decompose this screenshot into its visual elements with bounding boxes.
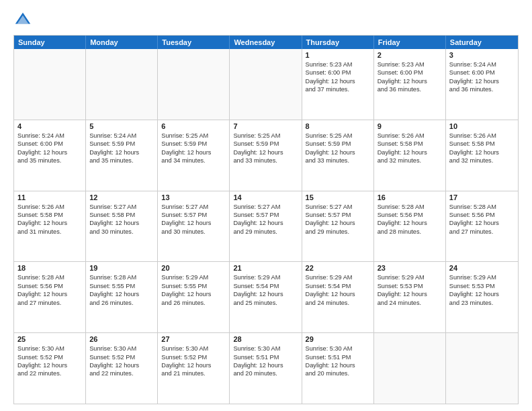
cell-info-line: Daylight: 12 hours: [89, 148, 154, 156]
calendar-cell: 3Sunrise: 5:24 AMSunset: 6:00 PMDaylight…: [446, 49, 518, 120]
cell-info-line: and 20 minutes.: [306, 369, 370, 377]
calendar-cell: 17Sunrise: 5:28 AMSunset: 5:56 PMDayligh…: [446, 191, 518, 262]
cell-info-line: Sunrise: 5:27 AM: [306, 203, 370, 211]
cell-info-line: Sunrise: 5:23 AM: [378, 60, 442, 68]
cell-info-line: Sunset: 5:51 PM: [233, 353, 298, 361]
cell-info-line: and 29 minutes.: [233, 228, 298, 236]
page: SundayMondayTuesdayWednesdayThursdayFrid…: [0, 0, 532, 411]
cell-info-line: Sunset: 5:51 PM: [306, 353, 370, 361]
cell-info-line: Sunset: 5:52 PM: [17, 353, 82, 361]
calendar-cell: 9Sunrise: 5:26 AMSunset: 5:58 PMDaylight…: [374, 120, 446, 191]
day-number: 1: [306, 51, 370, 59]
cell-info-line: Daylight: 12 hours: [449, 219, 515, 227]
header: [13, 11, 519, 30]
cell-info-line: Sunrise: 5:26 AM: [449, 132, 515, 140]
calendar-cell: [14, 49, 86, 120]
calendar-cell: 7Sunrise: 5:25 AMSunset: 5:59 PMDaylight…: [230, 120, 302, 191]
header-day-wednesday: Wednesday: [230, 36, 302, 49]
cell-info-line: and 26 minutes.: [89, 299, 154, 307]
calendar-row-3: 18Sunrise: 5:28 AMSunset: 5:56 PMDayligh…: [14, 262, 518, 333]
calendar-cell: 14Sunrise: 5:27 AMSunset: 5:57 PMDayligh…: [230, 191, 302, 262]
cell-info-line: Daylight: 12 hours: [449, 148, 515, 156]
cell-info-line: and 32 minutes.: [449, 156, 515, 165]
cell-info-line: and 23 minutes.: [449, 299, 515, 307]
cell-info-line: Sunrise: 5:30 AM: [161, 345, 226, 353]
cell-info-line: Sunset: 5:57 PM: [306, 211, 370, 219]
cell-info-line: and 20 minutes.: [233, 369, 298, 377]
calendar-cell: 2Sunrise: 5:23 AMSunset: 6:00 PMDaylight…: [374, 49, 446, 120]
calendar: SundayMondayTuesdayWednesdayThursdayFrid…: [13, 35, 519, 404]
cell-info-line: Sunset: 5:53 PM: [378, 282, 442, 290]
calendar-cell: 26Sunrise: 5:30 AMSunset: 5:52 PMDayligh…: [86, 333, 158, 404]
cell-info-line: Daylight: 12 hours: [378, 219, 442, 227]
cell-info-line: Daylight: 12 hours: [17, 219, 82, 227]
cell-info-line: Sunrise: 5:28 AM: [449, 203, 515, 211]
header-day-thursday: Thursday: [302, 36, 374, 49]
calendar-cell: 28Sunrise: 5:30 AMSunset: 5:51 PMDayligh…: [230, 333, 302, 404]
calendar-cell: 19Sunrise: 5:28 AMSunset: 5:55 PMDayligh…: [86, 262, 158, 332]
day-number: 19: [89, 264, 154, 272]
cell-info-line: Sunset: 5:56 PM: [449, 211, 515, 219]
header-day-saturday: Saturday: [446, 36, 518, 49]
cell-info-line: Sunset: 5:55 PM: [161, 282, 226, 290]
cell-info-line: Sunset: 5:58 PM: [449, 140, 515, 148]
calendar-cell: [374, 333, 446, 404]
cell-info-line: Daylight: 12 hours: [378, 77, 442, 85]
cell-info-line: Daylight: 12 hours: [161, 290, 226, 298]
day-number: 27: [161, 335, 226, 343]
cell-info-line: Sunrise: 5:30 AM: [233, 345, 298, 353]
calendar-cell: 23Sunrise: 5:29 AMSunset: 5:53 PMDayligh…: [374, 262, 446, 332]
cell-info-line: Sunrise: 5:26 AM: [378, 132, 442, 140]
cell-info-line: Sunset: 5:58 PM: [17, 211, 82, 219]
day-number: 14: [233, 193, 298, 201]
calendar-cell: 18Sunrise: 5:28 AMSunset: 5:56 PMDayligh…: [14, 262, 86, 332]
cell-info-line: and 24 minutes.: [378, 299, 442, 307]
cell-info-line: and 26 minutes.: [161, 299, 226, 307]
cell-info-line: and 37 minutes.: [306, 85, 370, 93]
day-number: 22: [306, 264, 370, 272]
cell-info-line: Daylight: 12 hours: [161, 148, 226, 156]
cell-info-line: Sunset: 5:56 PM: [17, 282, 82, 290]
day-number: 5: [89, 122, 154, 130]
cell-info-line: Sunrise: 5:29 AM: [306, 273, 370, 281]
logo-icon: [13, 11, 32, 30]
cell-info-line: Sunset: 5:59 PM: [306, 140, 370, 148]
calendar-cell: [446, 333, 518, 404]
calendar-cell: [230, 49, 302, 120]
cell-info-line: Daylight: 12 hours: [306, 77, 370, 85]
cell-info-line: Sunrise: 5:23 AM: [306, 60, 370, 68]
cell-info-line: Sunset: 5:54 PM: [233, 282, 298, 290]
cell-info-line: Sunset: 5:57 PM: [233, 211, 298, 219]
cell-info-line: Daylight: 12 hours: [233, 219, 298, 227]
cell-info-line: Sunset: 6:00 PM: [17, 140, 82, 148]
calendar-cell: 12Sunrise: 5:27 AMSunset: 5:58 PMDayligh…: [86, 191, 158, 262]
day-number: 16: [378, 193, 442, 201]
header-day-monday: Monday: [86, 36, 158, 49]
cell-info-line: Sunset: 5:54 PM: [306, 282, 370, 290]
day-number: 21: [233, 264, 298, 272]
cell-info-line: Sunset: 5:59 PM: [89, 140, 154, 148]
calendar-cell: 4Sunrise: 5:24 AMSunset: 6:00 PMDaylight…: [14, 120, 86, 191]
calendar-cell: 15Sunrise: 5:27 AMSunset: 5:57 PMDayligh…: [302, 191, 374, 262]
day-number: 26: [89, 335, 154, 343]
day-number: 7: [233, 122, 298, 130]
cell-info-line: Sunrise: 5:29 AM: [449, 273, 515, 281]
day-number: 24: [449, 264, 515, 272]
cell-info-line: and 27 minutes.: [449, 228, 515, 236]
cell-info-line: Sunset: 6:00 PM: [378, 68, 442, 77]
cell-info-line: Sunrise: 5:27 AM: [89, 203, 154, 211]
cell-info-line: Sunset: 5:56 PM: [378, 211, 442, 219]
cell-info-line: Daylight: 12 hours: [306, 361, 370, 369]
cell-info-line: Daylight: 12 hours: [306, 219, 370, 227]
cell-info-line: Daylight: 12 hours: [233, 148, 298, 156]
cell-info-line: and 35 minutes.: [89, 156, 154, 165]
cell-info-line: Daylight: 12 hours: [17, 290, 82, 298]
cell-info-line: Sunset: 6:00 PM: [306, 68, 370, 77]
cell-info-line: Daylight: 12 hours: [89, 361, 154, 369]
cell-info-line: Daylight: 12 hours: [233, 361, 298, 369]
cell-info-line: Daylight: 12 hours: [449, 77, 515, 85]
day-number: 20: [161, 264, 226, 272]
day-number: 18: [17, 264, 82, 272]
cell-info-line: Sunrise: 5:24 AM: [449, 60, 515, 68]
cell-info-line: Daylight: 12 hours: [449, 290, 515, 298]
